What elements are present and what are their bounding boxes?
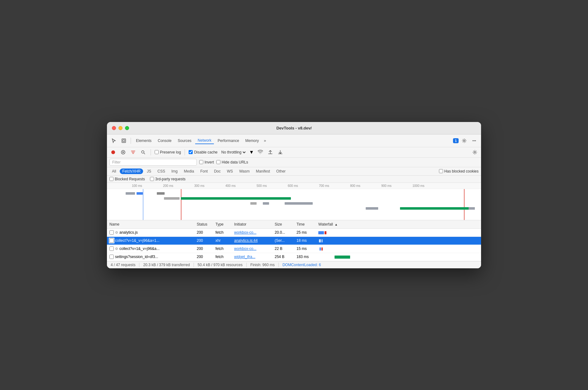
svg-point-2 bbox=[464, 140, 465, 141]
filter-icon[interactable] bbox=[129, 149, 137, 156]
th-time[interactable]: Time bbox=[294, 220, 316, 229]
cell-waterfall bbox=[316, 228, 481, 236]
upload-icon[interactable] bbox=[267, 149, 274, 156]
type-filter-fetchxhr[interactable]: Fetch/XHR bbox=[120, 168, 143, 174]
cell-time: 18 ms bbox=[294, 236, 316, 245]
row-checkbox[interactable] bbox=[109, 230, 114, 235]
row-checkbox[interactable] bbox=[109, 238, 114, 243]
type-filter-ws[interactable]: WS bbox=[224, 168, 235, 174]
type-filter-all[interactable]: All bbox=[109, 168, 118, 174]
hide-data-urls-label[interactable]: Hide data URLs bbox=[216, 160, 248, 164]
type-filter-css[interactable]: CSS bbox=[155, 168, 168, 174]
cell-status: 200 bbox=[194, 245, 213, 253]
disable-cache-label[interactable]: Disable cache bbox=[189, 150, 217, 154]
cell-waterfall bbox=[316, 245, 481, 253]
separator bbox=[185, 149, 185, 155]
cell-initiator: widget_ifra... bbox=[232, 253, 272, 261]
initiator-link[interactable]: workbox-co... bbox=[234, 230, 256, 235]
type-filter-wasm[interactable]: Wasm bbox=[237, 168, 252, 174]
type-filter-js[interactable]: JS bbox=[144, 168, 154, 174]
tab-console[interactable]: Console bbox=[155, 138, 174, 144]
time-1000: 1000 ms bbox=[412, 184, 424, 188]
table-row-selected[interactable]: collect?v=1&_v=j96&a=1... 200 xhr analyt… bbox=[107, 236, 481, 245]
th-size[interactable]: Size bbox=[272, 220, 294, 229]
search-icon[interactable] bbox=[139, 149, 147, 156]
initiator-link[interactable]: workbox-co... bbox=[234, 246, 256, 251]
time-200: 200 ms bbox=[163, 184, 173, 188]
cell-size: 20.0... bbox=[272, 228, 294, 236]
th-status[interactable]: Status bbox=[194, 220, 213, 229]
requests-count: 4 / 47 requests bbox=[111, 263, 135, 267]
cell-initiator: workbox-co... bbox=[232, 245, 272, 253]
wifi-icon[interactable] bbox=[257, 149, 264, 156]
clear-button[interactable] bbox=[119, 149, 127, 156]
table-body: ⚙ analytics.js 200 fetch workbox-co... 2… bbox=[107, 228, 481, 261]
row-checkbox[interactable] bbox=[109, 255, 114, 259]
time-400: 400 ms bbox=[225, 184, 236, 188]
cell-type: fetch bbox=[213, 245, 232, 253]
separator bbox=[151, 149, 151, 155]
table-row[interactable]: ⚙ analytics.js 200 fetch workbox-co... 2… bbox=[107, 228, 481, 236]
more-tabs-button[interactable]: » bbox=[263, 138, 267, 144]
third-party-label[interactable]: 3rd-party requests bbox=[150, 177, 186, 181]
tab-elements[interactable]: Elements bbox=[133, 138, 154, 144]
notification-badge[interactable]: 1 bbox=[453, 138, 459, 143]
type-filter-doc[interactable]: Doc bbox=[211, 168, 223, 174]
throttle-select[interactable]: No throttling bbox=[220, 150, 247, 155]
settings-icon-2[interactable] bbox=[471, 149, 479, 156]
type-filter-media[interactable]: Media bbox=[181, 168, 197, 174]
table-row[interactable]: ⚙ collect?v=1&_v=j96&a... 200 fetch work… bbox=[107, 245, 481, 253]
svg-point-5 bbox=[475, 140, 476, 141]
resources-size: 50.4 kB / 970 kB resources bbox=[198, 263, 243, 267]
row-name-text: collect?v=1&_v=j96&a=1... bbox=[115, 238, 159, 243]
svg-point-4 bbox=[474, 140, 475, 141]
type-filter-font[interactable]: Font bbox=[198, 168, 210, 174]
th-type[interactable]: Type bbox=[213, 220, 232, 229]
maximize-button[interactable] bbox=[125, 126, 129, 130]
initiator-link[interactable]: widget_ifra... bbox=[234, 255, 255, 259]
tab-memory[interactable]: Memory bbox=[243, 138, 261, 144]
disable-cache-checkbox[interactable] bbox=[189, 150, 193, 154]
close-button[interactable] bbox=[112, 126, 116, 130]
third-party-checkbox[interactable] bbox=[150, 177, 154, 181]
cell-status: 200 bbox=[194, 253, 213, 261]
title-bar: DevTools - v8.dev/ bbox=[107, 122, 481, 134]
cursor-icon[interactable] bbox=[109, 136, 118, 145]
type-filter-other[interactable]: Other bbox=[274, 168, 288, 174]
wf-bar-4b bbox=[400, 207, 475, 210]
tab-network[interactable]: Network bbox=[195, 137, 214, 144]
hide-data-urls-checkbox[interactable] bbox=[216, 160, 220, 164]
th-waterfall[interactable]: Waterfall ▲ bbox=[316, 220, 481, 229]
svg-point-12 bbox=[474, 151, 476, 153]
row-name-text: settings?session_id=df3... bbox=[115, 255, 158, 259]
traffic-lights bbox=[112, 126, 129, 130]
has-blocked-cookies-label[interactable]: Has blocked cookies bbox=[439, 169, 479, 173]
minimize-button[interactable] bbox=[118, 126, 123, 130]
preserve-log-label[interactable]: Preserve log bbox=[155, 150, 181, 154]
th-initiator[interactable]: Initiator bbox=[232, 220, 272, 229]
blocked-requests-checkbox[interactable] bbox=[109, 177, 113, 181]
invert-checkbox[interactable] bbox=[199, 160, 203, 164]
wf-bar-1b bbox=[137, 192, 143, 195]
type-filter-img[interactable]: Img bbox=[169, 168, 180, 174]
filter-input[interactable] bbox=[109, 159, 197, 166]
table-row[interactable]: settings?session_id=df3... 200 fetch wid… bbox=[107, 253, 481, 261]
more-options-icon[interactable] bbox=[470, 136, 479, 145]
inspect-icon[interactable] bbox=[119, 136, 128, 145]
tab-performance[interactable]: Performance bbox=[215, 138, 242, 144]
record-button[interactable] bbox=[109, 149, 117, 156]
has-blocked-cookies-checkbox[interactable] bbox=[439, 169, 443, 173]
th-name[interactable]: Name bbox=[107, 220, 194, 229]
preserve-log-checkbox[interactable] bbox=[155, 150, 159, 154]
type-filter-manifest[interactable]: Manifest bbox=[253, 168, 272, 174]
main-toolbar: Elements Console Sources Network Perform… bbox=[107, 134, 481, 147]
row-checkbox[interactable] bbox=[109, 246, 114, 251]
invert-label[interactable]: Invert bbox=[199, 160, 214, 164]
tab-sources[interactable]: Sources bbox=[175, 138, 194, 144]
status-sep-2 bbox=[194, 263, 194, 267]
blocked-requests-label[interactable]: Blocked Requests bbox=[109, 177, 145, 181]
download-icon[interactable] bbox=[277, 149, 284, 156]
cell-size: 254 B bbox=[272, 253, 294, 261]
settings-icon[interactable] bbox=[460, 136, 469, 145]
initiator-link[interactable]: analytics.js:44 bbox=[234, 238, 258, 243]
